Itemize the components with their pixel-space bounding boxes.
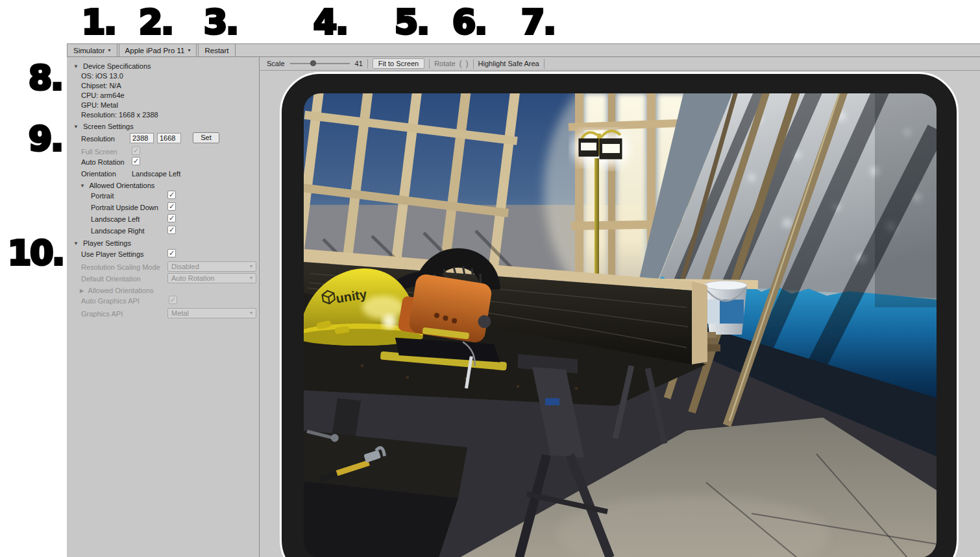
landscape-right-label: Landscape Right <box>91 226 145 235</box>
foldout-open-icon: ▼ <box>73 124 79 130</box>
scale-value: 41 <box>355 60 363 67</box>
foldout-open-icon: ▼ <box>73 64 79 69</box>
paint-bucket <box>704 281 747 335</box>
portrait-upside-down-label: Portrait Upside Down <box>91 203 158 212</box>
resolution-scaling-mode-label: Resolution Scaling Mode <box>81 263 160 272</box>
resolution-height-input[interactable] <box>157 133 181 143</box>
default-orientation-dropdown: Auto Rotation ▾ <box>167 273 256 283</box>
scale-slider-knob[interactable] <box>310 60 316 66</box>
full-screen-label: Full Screen <box>81 147 117 156</box>
callout-1: 1. <box>82 5 116 39</box>
screen-settings-title: Screen Settings <box>83 123 134 130</box>
rotate-controls: Rotate ( ) <box>434 59 468 68</box>
spec-os: OS: iOS 13.0 <box>81 71 123 80</box>
device-specifications-foldout[interactable]: ▼ Device Specifications <box>73 62 151 71</box>
rotate-cw-icon[interactable]: ) <box>466 59 469 68</box>
spec-gpu: GPU: Metal <box>81 101 118 110</box>
foldout-closed-icon: ▶ <box>80 288 84 294</box>
simulator-menu-button[interactable]: Simulator ▾ <box>67 44 117 56</box>
device-select-button[interactable]: Apple iPad Pro 11 ▾ <box>119 44 197 56</box>
toolbar-separator <box>429 59 430 69</box>
chevron-down-icon: ▾ <box>108 47 111 53</box>
blue-clamp-detail <box>545 398 559 405</box>
portrait-checkbox[interactable]: ✓ <box>167 191 176 199</box>
toolbar-separator <box>544 59 545 69</box>
set-resolution-button[interactable]: Set <box>193 132 219 143</box>
rotate-ccw-icon[interactable]: ( <box>459 59 462 68</box>
chevron-down-icon: ▾ <box>250 274 252 283</box>
use-player-settings-label: Use Player Settings <box>81 250 144 259</box>
graphics-api-value: Metal <box>171 309 189 318</box>
construction-scene: unity <box>304 93 937 557</box>
default-orientation-value: Auto Rotation <box>171 274 215 283</box>
spec-resolution: Resolution: 1668 x 2388 <box>81 110 158 119</box>
restart-label: Restart <box>204 47 228 54</box>
callout-3: 3. <box>204 5 238 39</box>
simulator-view-pane: Scale 41 Fit to Screen Rotate ( ) Highli… <box>260 57 980 557</box>
portrait-label: Portrait <box>91 191 114 200</box>
orientation-value: Landscape Left <box>132 169 180 178</box>
resolution-label: Resolution <box>81 134 115 143</box>
player-settings-foldout[interactable]: ▼ Player Settings <box>73 239 131 248</box>
allowed-orientations-title: Allowed Orientations <box>89 182 154 189</box>
beam-end-cap <box>692 281 707 364</box>
callout-9: 9. <box>29 122 62 156</box>
use-player-settings-checkbox[interactable]: ✓ <box>167 249 176 257</box>
graphics-api-label: Graphics API <box>81 309 123 318</box>
callout-8: 8. <box>29 61 62 95</box>
device-simulator-window: Simulator ▾ Apple iPad Pro 11 ▾ Restart … <box>67 43 980 557</box>
device-select-label: Apple iPad Pro 11 <box>125 47 185 54</box>
spec-chipset: Chipset: N/A <box>81 81 121 90</box>
allowed-orientations-foldout[interactable]: ▼ Allowed Orientations <box>80 181 154 191</box>
simulator-menu-label: Simulator <box>73 47 105 54</box>
landscape-right-checkbox[interactable]: ✓ <box>167 226 176 234</box>
callout-4: 4. <box>313 5 347 39</box>
landscape-left-checkbox[interactable]: ✓ <box>167 214 176 222</box>
foldout-open-icon: ▼ <box>80 183 85 189</box>
full-screen-checkbox: ✓ <box>132 147 140 155</box>
callout-2: 2. <box>139 5 173 39</box>
landscape-left-label: Landscape Left <box>91 215 140 224</box>
auto-graphics-api-checkbox: ✓ <box>169 296 177 304</box>
default-orientation-label: Default Orientation <box>81 274 141 283</box>
device-preview-area: unity <box>260 71 980 557</box>
fit-to-screen-button[interactable]: Fit to Screen <box>373 58 424 69</box>
auto-graphics-api-label: Auto Graphics API <box>81 296 140 305</box>
orientation-label: Orientation <box>81 169 116 178</box>
foldout-open-icon: ▼ <box>73 241 79 246</box>
auto-rotation-checkbox[interactable]: ✓ <box>132 157 140 165</box>
toolbar-separator <box>473 59 474 69</box>
callout-5: 5. <box>395 5 428 39</box>
highlight-safe-area-button[interactable]: Highlight Safe Area <box>478 60 539 67</box>
portrait-upside-down-checkbox[interactable]: ✓ <box>167 202 176 211</box>
restart-button[interactable]: Restart <box>198 44 235 56</box>
toolbar-separator <box>367 59 368 69</box>
chevron-down-icon: ▾ <box>250 309 252 318</box>
simulator-view-toolbar: Scale 41 Fit to Screen Rotate ( ) Highli… <box>260 57 980 71</box>
page: { "ui": { "check": "✓", "dropdown_arrow"… <box>0 0 980 557</box>
resolution-width-input[interactable] <box>130 133 154 143</box>
auto-rotation-label: Auto Rotation <box>81 158 125 167</box>
resolution-scaling-mode-value: Disabled <box>171 262 199 271</box>
callout-7: 7. <box>521 5 555 39</box>
device-specifications-title: Device Specifications <box>83 62 151 70</box>
resolution-scaling-mode-dropdown: Disabled ▾ <box>167 261 256 272</box>
graphics-api-dropdown: Metal ▾ <box>167 308 256 318</box>
screen-settings-foldout[interactable]: ▼ Screen Settings <box>73 122 134 132</box>
scale-slider[interactable] <box>290 63 350 64</box>
scale-label: Scale <box>267 60 285 67</box>
spec-cpu: CPU: arm64e <box>81 91 125 100</box>
simulated-device-screen[interactable]: unity <box>304 93 937 557</box>
control-panel: ▼ Device Specifications OS: iOS 13.0 Chi… <box>67 57 260 557</box>
rotate-label: Rotate <box>434 60 455 67</box>
chevron-down-icon: ▾ <box>188 47 190 53</box>
simulator-toolbar: Simulator ▾ Apple iPad Pro 11 ▾ Restart <box>67 43 980 57</box>
player-settings-title: Player Settings <box>83 239 131 247</box>
callout-6: 6. <box>452 5 486 39</box>
chevron-down-icon: ▾ <box>250 262 252 271</box>
callout-10: 10. <box>8 236 64 270</box>
player-allowed-orientations-foldout: ▶ Allowed Orientations <box>80 286 154 296</box>
player-allowed-orientations-title: Allowed Orientations <box>88 287 154 294</box>
